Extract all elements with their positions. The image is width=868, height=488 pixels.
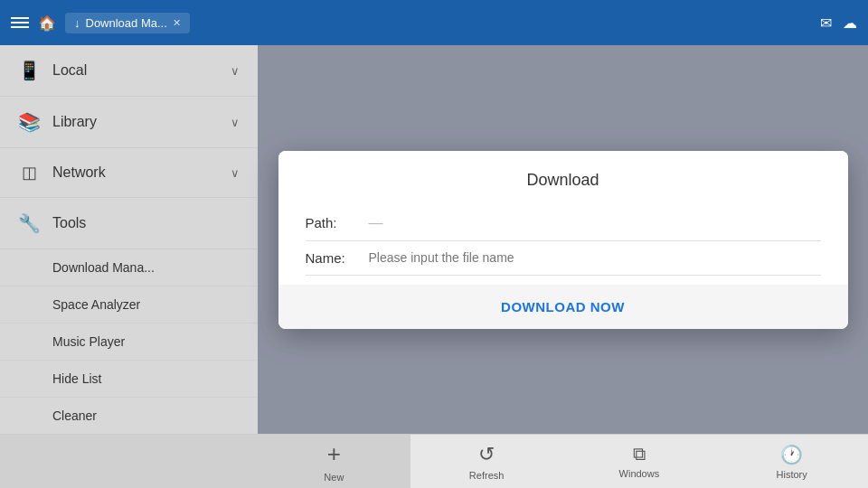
- sidebar-sub-item-cleaner[interactable]: Cleaner: [0, 398, 258, 434]
- email-icon[interactable]: ✉: [820, 14, 832, 32]
- history-button[interactable]: 🕐 History: [715, 435, 868, 488]
- sidebar: 📱 Local ∨ 📚 Library ∨ ◫ Network ∨ 🔧 Tool…: [0, 45, 258, 434]
- content-area: Download Path: — Name: DOWNLOAD NOW: [258, 45, 868, 434]
- sidebar-tools-label: Tools: [52, 215, 240, 231]
- menu-button[interactable]: [11, 17, 29, 28]
- sidebar-sub-item-hide-list[interactable]: Hide List: [0, 361, 258, 398]
- windows-label: Windows: [619, 468, 660, 479]
- new-button[interactable]: + New: [258, 435, 410, 488]
- sidebar-network-label: Network: [52, 164, 218, 181]
- cloud-icon[interactable]: ☁: [843, 14, 857, 32]
- refresh-button[interactable]: ↺ Refresh: [410, 435, 563, 488]
- sidebar-sub-item-space-analyzer[interactable]: Space Analyzer: [0, 286, 258, 324]
- hide-list-label: Hide List: [52, 371, 101, 386]
- modal-title: Download: [278, 151, 848, 206]
- sidebar-sub-item-music-player[interactable]: Music Player: [0, 324, 258, 361]
- path-label: Path:: [306, 215, 360, 230]
- space-analyzer-label: Space Analyzer: [52, 297, 140, 312]
- cleaner-label: Cleaner: [52, 408, 97, 423]
- tools-icon: 🔧: [18, 212, 40, 234]
- refresh-icon: ↺: [478, 443, 495, 466]
- top-bar-actions: ✉ ☁: [820, 14, 857, 32]
- chevron-network-icon: ∨: [231, 166, 240, 180]
- tab-download-icon: ↓: [74, 16, 80, 30]
- local-icon: 📱: [18, 60, 40, 81]
- top-bar: 🏠 ↓ Download Ma... ✕ ✉ ☁: [0, 0, 868, 45]
- main-layout: 📱 Local ∨ 📚 Library ∨ ◫ Network ∨ 🔧 Tool…: [0, 45, 868, 434]
- path-field: Path: —: [306, 206, 821, 241]
- name-label: Name:: [306, 250, 360, 266]
- home-button[interactable]: 🏠: [38, 14, 56, 32]
- download-modal: Download Path: — Name: DOWNLOAD NOW: [278, 151, 848, 329]
- sidebar-sub-item-download-manager[interactable]: Download Mana...: [0, 249, 258, 286]
- bottom-bar: + New ↺ Refresh ⧉ Windows 🕐 History: [0, 434, 868, 488]
- new-label: New: [324, 472, 344, 483]
- sidebar-item-library[interactable]: 📚 Library ∨: [0, 97, 258, 148]
- modal-overlay[interactable]: Download Path: — Name: DOWNLOAD NOW: [258, 45, 868, 434]
- download-manager-label: Download Mana...: [52, 260, 155, 275]
- sidebar-library-label: Library: [52, 114, 218, 130]
- name-field[interactable]: Name:: [306, 241, 821, 276]
- history-icon: 🕐: [780, 444, 803, 465]
- sidebar-local-label: Local: [52, 62, 218, 79]
- windows-icon: ⧉: [633, 444, 646, 465]
- name-input[interactable]: [369, 250, 821, 265]
- chevron-local-icon: ∨: [231, 64, 240, 78]
- tab-close-icon[interactable]: ✕: [173, 17, 181, 29]
- sidebar-bottom-spacer: [0, 435, 258, 488]
- sidebar-item-tools[interactable]: 🔧 Tools: [0, 198, 258, 249]
- history-label: History: [777, 469, 807, 480]
- sidebar-item-network[interactable]: ◫ Network ∨: [0, 148, 258, 198]
- download-now-button[interactable]: DOWNLOAD NOW: [501, 299, 625, 314]
- music-player-label: Music Player: [52, 334, 125, 349]
- refresh-label: Refresh: [469, 470, 505, 481]
- modal-footer: DOWNLOAD NOW: [278, 285, 848, 329]
- modal-body: Path: — Name:: [278, 206, 848, 285]
- active-tab[interactable]: ↓ Download Ma... ✕: [65, 13, 190, 33]
- library-icon: 📚: [18, 111, 40, 133]
- new-icon: +: [327, 440, 341, 468]
- chevron-library-icon: ∨: [231, 116, 240, 129]
- tab-label: Download Ma...: [86, 16, 167, 30]
- path-value: —: [369, 215, 383, 231]
- sidebar-item-local[interactable]: 📱 Local ∨: [0, 45, 258, 97]
- windows-button[interactable]: ⧉ Windows: [563, 435, 716, 488]
- toolbar-buttons: + New ↺ Refresh ⧉ Windows 🕐 History: [258, 435, 868, 488]
- network-icon: ◫: [18, 163, 40, 183]
